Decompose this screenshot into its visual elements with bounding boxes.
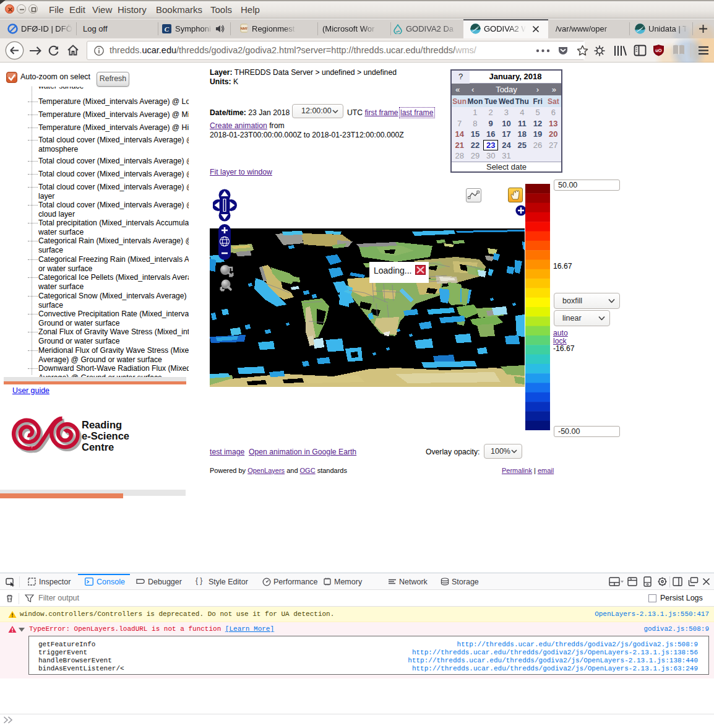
svg-text:e-Science: e-Science bbox=[82, 430, 129, 441]
svg-text:Reading: Reading bbox=[82, 419, 122, 430]
svg-text:uO: uO bbox=[655, 48, 662, 53]
svg-text:NMF: NMF bbox=[241, 27, 249, 30]
svg-text:Centre: Centre bbox=[82, 441, 114, 453]
svg-text:C: C bbox=[165, 25, 170, 33]
